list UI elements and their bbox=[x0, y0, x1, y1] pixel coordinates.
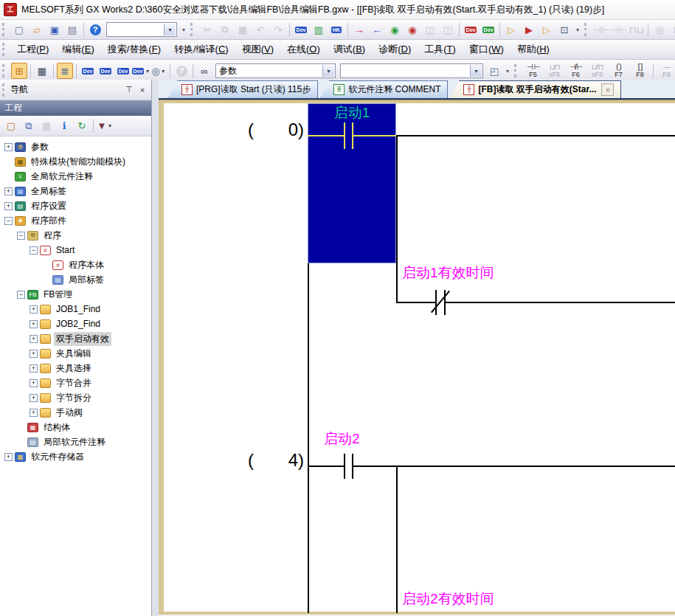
tree-expander-icon[interactable]: + bbox=[30, 364, 38, 373]
help-button[interactable]: ? bbox=[87, 21, 103, 38]
find-button[interactable]: ∞ bbox=[196, 63, 212, 79]
device-comment-view-button[interactable]: Dev bbox=[80, 63, 96, 79]
tree-expander-icon[interactable]: + bbox=[4, 143, 13, 151]
tree-item-JOB1_Find[interactable]: +JOB1_Find bbox=[0, 302, 151, 316]
tree-item-程序[interactable]: −⧉程序 bbox=[0, 228, 151, 243]
tree-expander-icon[interactable]: + bbox=[4, 453, 13, 461]
context-help-button[interactable]: ? bbox=[173, 63, 190, 79]
statement-list-button[interactable]: ▷ bbox=[539, 21, 555, 38]
monitor-write-button[interactable]: ⊡ bbox=[669, 21, 675, 38]
tree-item-JOB2_Find[interactable]: +JOB2_Find bbox=[0, 316, 151, 331]
menu-item-w[interactable]: 窗口(W) bbox=[463, 40, 510, 60]
closed-contact-f6-button[interactable]: ⊣/⊢F6 bbox=[566, 61, 586, 80]
open-contact-symbol[interactable] bbox=[344, 454, 345, 479]
statement-jump-button[interactable]: ▷ bbox=[503, 21, 519, 38]
tree-item-手动阀[interactable]: +手动阀 bbox=[0, 405, 151, 420]
monitor-contact-on-button[interactable]: ⊣⊢ bbox=[593, 21, 609, 38]
ladder-canvas[interactable] bbox=[164, 103, 675, 612]
tree-item-夹具选择[interactable]: +夹具选择 bbox=[0, 361, 151, 376]
monitor-start-button[interactable]: ◉ bbox=[387, 21, 403, 38]
undo-button[interactable]: ↶ bbox=[252, 21, 269, 38]
menu-item-c[interactable]: 转换/编译(C) bbox=[167, 40, 235, 60]
panel-grip[interactable] bbox=[2, 83, 7, 97]
module-configuration-button[interactable]: ▦ bbox=[34, 63, 50, 79]
menu-item-t[interactable]: 工具(T) bbox=[418, 40, 463, 60]
toolbar-grip[interactable] bbox=[2, 64, 7, 77]
close-icon[interactable]: × bbox=[601, 83, 614, 96]
device-list-view-button[interactable]: Dev bbox=[97, 63, 114, 79]
menu-item-e[interactable]: 编辑(E) bbox=[55, 40, 100, 60]
tree-item-全局标签[interactable]: +▤全局标签 bbox=[0, 184, 151, 198]
device-test2-button[interactable]: ◎▼ bbox=[150, 63, 167, 79]
menu-item-o[interactable]: 在线(O) bbox=[280, 40, 327, 60]
toolbar-overflow-button[interactable]: ▾ bbox=[503, 63, 512, 79]
verify-button[interactable]: ◰ bbox=[486, 63, 502, 79]
data-property-button[interactable]: ℹ bbox=[56, 118, 72, 134]
read-from-plc-button[interactable]: ← bbox=[369, 21, 385, 38]
tree-item-局部标签[interactable]: ▤局部标签 bbox=[0, 272, 151, 287]
pin-icon[interactable]: ⊤ bbox=[123, 84, 135, 96]
tree-expander-icon[interactable]: − bbox=[17, 291, 25, 299]
project-tree-toggle-button[interactable]: ⊞ bbox=[11, 63, 27, 79]
note-jump-button[interactable]: ▶ bbox=[521, 21, 537, 38]
device-clear-button[interactable]: Dev bbox=[480, 21, 496, 38]
tab-document-1[interactable]: ╫[PRG]读取 Start (只读) 115步 bbox=[168, 80, 318, 98]
chevron-down-icon[interactable]: ▼ bbox=[164, 24, 176, 35]
tree-expander-icon[interactable]: + bbox=[30, 394, 38, 402]
list-view-button[interactable]: ≣ bbox=[57, 63, 73, 79]
closed-branch-sf6-button[interactable]: ⊔/⊓sF6 bbox=[587, 61, 607, 80]
toolbar-grip[interactable] bbox=[584, 23, 589, 36]
panel-splitter[interactable] bbox=[152, 80, 159, 616]
tree-expander-icon[interactable]: − bbox=[17, 232, 25, 240]
tree-item-结构体[interactable]: ▦结构体 bbox=[0, 420, 151, 435]
print-button[interactable]: ▤ bbox=[64, 21, 80, 38]
device-batch-monitor-button[interactable]: HK bbox=[328, 21, 345, 38]
toolbar-grip[interactable] bbox=[2, 23, 7, 36]
new-project-button[interactable]: ▢ bbox=[11, 21, 27, 38]
find-target-combo[interactable]: 参数▼ bbox=[215, 63, 336, 78]
monitor-pulse-button[interactable]: ⊓⊔ bbox=[629, 21, 645, 38]
tree-item-双手启动有效[interactable]: +双手启动有效 bbox=[0, 331, 151, 346]
save-project-button[interactable]: ▣ bbox=[46, 21, 63, 38]
copy-data-button[interactable]: ⧉ bbox=[21, 118, 37, 134]
paste-button[interactable]: ▦ bbox=[235, 21, 251, 38]
paste-data-button[interactable]: ▦ bbox=[38, 118, 55, 134]
new-data-button[interactable]: ▢ bbox=[3, 118, 19, 134]
closed-contact-symbol[interactable] bbox=[435, 290, 437, 315]
sort-filter-button[interactable]: ▼▼ bbox=[97, 118, 113, 134]
tree-item-特殊模块(智能功能模块)[interactable]: ▦特殊模块(智能功能模块) bbox=[0, 154, 151, 169]
workspace-combo[interactable]: ▼ bbox=[106, 22, 177, 37]
monitor-stop-button[interactable]: ◉ bbox=[404, 21, 420, 38]
coil-f7-button[interactable]: ( )F7 bbox=[609, 61, 629, 80]
tab-document-2[interactable]: ≣软元件注释 COMMENT bbox=[320, 80, 448, 98]
write-to-plc-button[interactable]: → bbox=[351, 21, 367, 38]
open-contact-f5-button[interactable]: ⊣ ⊢F5 bbox=[523, 61, 543, 80]
refresh-button[interactable]: ↻ bbox=[74, 118, 90, 134]
tree-item-夹具编辑[interactable]: +夹具编辑 bbox=[0, 346, 151, 361]
tree-expander-icon[interactable]: + bbox=[30, 379, 38, 387]
tree-item-字节合并[interactable]: +字节合并 bbox=[0, 376, 151, 390]
tree-item-软元件存储器[interactable]: +▩软元件存储器 bbox=[0, 449, 151, 464]
redo-button[interactable]: ↷ bbox=[270, 21, 286, 38]
tree-item-FB管理[interactable]: −FBFB管理 bbox=[0, 287, 151, 302]
tree-expander-icon[interactable]: − bbox=[30, 246, 38, 255]
monitor-lock-button[interactable]: ⊡ bbox=[556, 21, 572, 38]
watch-window-button[interactable]: Dev▼ bbox=[133, 63, 149, 79]
menu-item-v[interactable]: 视图(V) bbox=[235, 40, 280, 60]
open-contact-symbol[interactable] bbox=[352, 454, 353, 479]
tree-item-程序设置[interactable]: +▤程序设置 bbox=[0, 198, 151, 213]
monitor-pause-button[interactable]: ◫ bbox=[422, 21, 438, 38]
hline-f9-button[interactable]: —F9 bbox=[657, 61, 675, 80]
tree-expander-icon[interactable]: − bbox=[4, 217, 13, 225]
chevron-down-icon[interactable]: ▼ bbox=[470, 65, 482, 77]
tree-expander-icon[interactable]: + bbox=[30, 320, 38, 328]
device-module-view-button[interactable]: Dev bbox=[115, 63, 131, 79]
toolbar-grip[interactable] bbox=[514, 64, 519, 77]
copy-button[interactable]: ⧉ bbox=[217, 21, 233, 38]
monitor-contact-off-button[interactable]: ⊣⊢ bbox=[611, 21, 627, 38]
tree-expander-icon[interactable]: + bbox=[4, 202, 13, 210]
cut-button[interactable]: ✂ bbox=[199, 21, 215, 38]
open-branch-sf5-button[interactable]: ⊔⊓sF5 bbox=[544, 61, 564, 80]
tree-expander-icon[interactable]: + bbox=[30, 335, 38, 343]
menu-item-p[interactable]: 工程(P) bbox=[10, 40, 55, 60]
